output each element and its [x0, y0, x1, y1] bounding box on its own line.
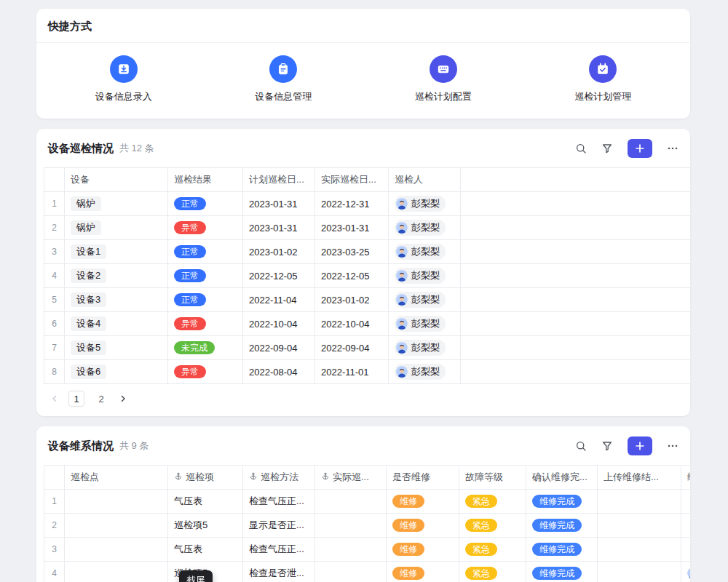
table-row[interactable]: 6设备4异常2022-10-042022-10-04彭梨梨	[44, 312, 691, 336]
column-header[interactable]: 计划巡检日...	[243, 168, 315, 192]
table-row[interactable]: 1气压表检查气压正...维修紧急维修完成	[44, 490, 691, 514]
column-header[interactable]: 巡检人	[389, 168, 461, 192]
text-cell[interactable]: 巡检项5	[168, 514, 243, 538]
text-cell[interactable]: 2022-12-05	[243, 264, 315, 288]
status-cell[interactable]: 维修完成	[526, 490, 598, 514]
text-cell[interactable]	[65, 490, 168, 514]
status-cell[interactable]: 紧急	[459, 562, 526, 582]
text-cell[interactable]: 2023-01-31	[315, 216, 389, 240]
pager-page-1[interactable]: 1	[68, 391, 84, 407]
text-cell[interactable]: 2023-01-02	[243, 240, 315, 264]
status-cell[interactable]: 维修	[387, 514, 459, 538]
device-cell[interactable]: 设备5	[65, 336, 168, 360]
person-cell[interactable]: 彭梨梨	[389, 288, 461, 312]
shortcut-item-1[interactable]: 设备信息管理	[204, 55, 364, 103]
column-header[interactable]: 巡检项	[168, 466, 243, 490]
person-cell[interactable]	[681, 562, 691, 582]
pager-page-2[interactable]: 2	[93, 391, 109, 407]
text-cell[interactable]: 气压表	[168, 490, 243, 514]
search-icon[interactable]	[575, 143, 587, 154]
pager-prev-button[interactable]	[50, 394, 60, 404]
status-cell[interactable]: 维修	[387, 562, 459, 582]
text-cell[interactable]	[598, 538, 681, 562]
text-cell[interactable]: 检查是否泄...	[243, 562, 315, 582]
person-cell[interactable]: 彭梨梨	[389, 312, 461, 336]
column-header[interactable]: 是否维修	[387, 466, 459, 490]
column-header[interactable]: 维修人	[681, 466, 691, 490]
table-row[interactable]: 8设备6异常2022-08-042022-11-01彭梨梨	[44, 360, 691, 384]
text-cell[interactable]	[681, 538, 691, 562]
text-cell[interactable]: 检查气压正...	[243, 490, 315, 514]
add-record-button[interactable]	[628, 436, 652, 455]
column-header[interactable]: 实际巡...	[315, 466, 387, 490]
text-cell[interactable]	[598, 562, 681, 582]
column-header[interactable]: 设备	[65, 168, 168, 192]
text-cell[interactable]	[65, 562, 168, 582]
column-header[interactable]: 巡检结果	[168, 168, 243, 192]
device-cell[interactable]: 设备1	[65, 240, 168, 264]
text-cell[interactable]: 2022-10-04	[243, 312, 315, 336]
device-cell[interactable]: 设备6	[65, 360, 168, 384]
search-icon[interactable]	[575, 440, 587, 452]
shortcut-item-0[interactable]: 设备信息录入	[44, 55, 204, 103]
person-cell[interactable]: 彭梨梨	[389, 192, 461, 216]
status-cell[interactable]: 维修完成	[526, 562, 598, 582]
add-record-button[interactable]	[628, 139, 652, 158]
device-cell[interactable]: 锅炉	[65, 192, 168, 216]
column-header[interactable]: 确认维修完...	[526, 466, 598, 490]
table-row[interactable]: 1锅炉正常2023-01-312022-12-31彭梨梨	[44, 192, 691, 216]
table-row[interactable]: 7设备5未完成2022-09-042022-09-04彭梨梨	[44, 336, 691, 360]
text-cell[interactable]	[315, 562, 387, 582]
person-cell[interactable]: 彭梨梨	[389, 264, 461, 288]
pager-next-button[interactable]	[118, 394, 128, 404]
text-cell[interactable]: 2022-09-04	[243, 336, 315, 360]
more-icon[interactable]	[667, 143, 678, 154]
status-cell[interactable]: 正常	[168, 288, 243, 312]
text-cell[interactable]	[315, 514, 387, 538]
shortcut-item-2[interactable]: 巡检计划配置	[363, 55, 523, 103]
text-cell[interactable]: 2022-11-04	[243, 288, 315, 312]
status-cell[interactable]: 异常	[168, 360, 243, 384]
column-header[interactable]: 巡检点	[65, 466, 168, 490]
text-cell[interactable]	[681, 514, 691, 538]
status-cell[interactable]: 异常	[168, 312, 243, 336]
column-header[interactable]: 故障等级	[459, 466, 526, 490]
text-cell[interactable]: 检查气压正...	[243, 538, 315, 562]
filter-icon[interactable]	[601, 440, 613, 452]
text-cell[interactable]	[315, 490, 387, 514]
table-row[interactable]: 4设备2正常2022-12-052022-12-05彭梨梨	[44, 264, 691, 288]
text-cell[interactable]: 2023-01-31	[243, 192, 315, 216]
text-cell[interactable]	[598, 514, 681, 538]
text-cell[interactable]: 显示是否正...	[243, 514, 315, 538]
status-cell[interactable]: 异常	[168, 216, 243, 240]
table-row[interactable]: 3气压表检查气压正...维修紧急维修完成	[44, 538, 691, 562]
table-row[interactable]: 3设备1正常2023-01-022023-03-25彭梨梨	[44, 240, 691, 264]
status-cell[interactable]: 紧急	[459, 538, 526, 562]
text-cell[interactable]: 2022-10-04	[315, 312, 389, 336]
text-cell[interactable]: 2022-12-31	[315, 192, 389, 216]
text-cell[interactable]	[598, 490, 681, 514]
text-cell[interactable]: 2022-09-04	[315, 336, 389, 360]
device-cell[interactable]: 设备3	[65, 288, 168, 312]
status-cell[interactable]: 紧急	[459, 514, 526, 538]
status-cell[interactable]: 维修	[387, 490, 459, 514]
status-cell[interactable]: 正常	[168, 192, 243, 216]
status-cell[interactable]: 未完成	[168, 336, 243, 360]
text-cell[interactable]: 2023-01-31	[243, 216, 315, 240]
status-cell[interactable]: 维修完成	[526, 538, 598, 562]
text-cell[interactable]: 2022-08-04	[243, 360, 315, 384]
status-cell[interactable]: 维修完成	[526, 514, 598, 538]
status-cell[interactable]: 正常	[168, 264, 243, 288]
text-cell[interactable]: 2023-01-02	[315, 288, 389, 312]
table-row[interactable]: 2锅炉异常2023-01-312023-01-31彭梨梨	[44, 216, 691, 240]
more-icon[interactable]	[667, 440, 678, 452]
column-header[interactable]: 实际巡检日...	[315, 168, 389, 192]
column-header[interactable]: 巡检方法	[243, 466, 315, 490]
text-cell[interactable]: 2022-11-01	[315, 360, 389, 384]
person-cell[interactable]: 彭梨梨	[389, 240, 461, 264]
text-cell[interactable]	[65, 538, 168, 562]
device-cell[interactable]: 设备2	[65, 264, 168, 288]
text-cell[interactable]	[65, 514, 168, 538]
device-cell[interactable]: 设备4	[65, 312, 168, 336]
person-cell[interactable]: 彭梨梨	[389, 360, 461, 384]
